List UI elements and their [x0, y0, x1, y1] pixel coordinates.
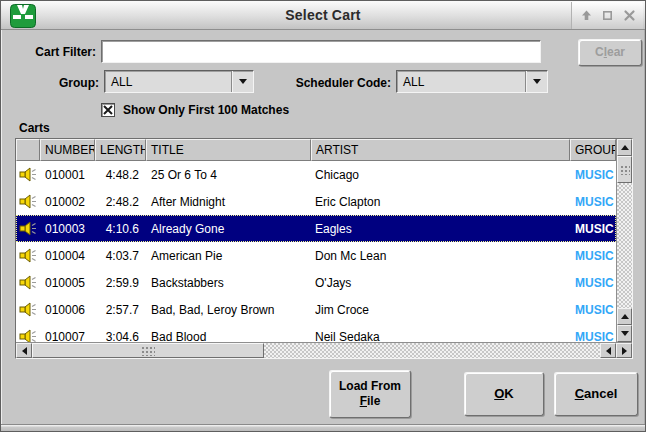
cart-number-cell: 010006 — [40, 303, 95, 317]
audio-cart-cell — [16, 275, 40, 290]
carts-section-label: Carts — [19, 121, 50, 135]
cart-number-cell: 010005 — [40, 276, 95, 290]
group-label: Group: — [1, 76, 99, 90]
speaker-icon — [19, 248, 38, 263]
scroll-down-button[interactable] — [617, 325, 632, 342]
carts-table-header: NUMBER LENGTH TITLE ARTIST GROUP — [16, 139, 616, 161]
speaker-icon — [19, 275, 38, 290]
cart-artist-cell: Neil Sedaka — [311, 330, 570, 343]
close-icon — [623, 9, 636, 22]
cart-artist-cell: O'Jays — [311, 276, 570, 290]
clear-button[interactable]: Clear — [578, 39, 642, 66]
shade-window-button[interactable] — [579, 9, 593, 23]
cart-artist-cell: Jim Croce — [311, 303, 570, 317]
audio-cart-cell — [16, 167, 40, 182]
speaker-icon — [19, 221, 38, 236]
table-row[interactable]: 010006 2:57.7 Bad, Bad, Leroy Brown Jim … — [16, 296, 616, 323]
table-row[interactable]: 010002 2:48.2 After Midnight Eric Clapto… — [16, 188, 616, 215]
table-row[interactable]: 010003 4:10.6 Already Gone Eagles MUSIC — [16, 215, 616, 242]
window-title: Select Cart — [1, 7, 645, 23]
ok-button[interactable]: OK — [464, 372, 544, 416]
column-header-number[interactable]: NUMBER — [40, 139, 95, 161]
table-row[interactable]: 010001 4:48.2 25 Or 6 To 4 Chicago MUSIC — [16, 161, 616, 188]
cart-group-cell: MUSIC — [570, 276, 616, 290]
carts-table-main: NUMBER LENGTH TITLE ARTIST GROUP 010001 … — [16, 139, 616, 342]
table-row[interactable]: 010005 2:59.9 Backstabbers O'Jays MUSIC — [16, 269, 616, 296]
arrow-up-icon — [621, 314, 629, 319]
audio-cart-cell — [16, 329, 40, 342]
arrow-down-icon — [621, 331, 629, 336]
close-window-button[interactable] — [622, 9, 636, 23]
horizontal-scrollbar-trough[interactable] — [264, 343, 600, 358]
scroll-left-button[interactable] — [16, 343, 32, 358]
scheduler-code-dropdown-arrow — [525, 71, 547, 92]
speaker-icon — [19, 302, 38, 317]
cart-group-cell: MUSIC — [570, 330, 616, 343]
column-header-length[interactable]: LENGTH — [95, 139, 146, 161]
cart-group-cell: MUSIC — [570, 249, 616, 263]
shade-icon — [580, 9, 593, 22]
column-header-group[interactable]: GROUP — [570, 139, 616, 161]
cart-title-cell: Bad, Bad, Leroy Brown — [146, 303, 311, 317]
speaker-icon — [19, 194, 38, 209]
speaker-icon — [19, 167, 38, 182]
cart-number-cell: 010003 — [40, 222, 95, 236]
cart-title-cell: Already Gone — [146, 222, 311, 236]
scheduler-code-label: Scheduler Code: — [241, 76, 391, 90]
horizontal-scrollbar — [16, 342, 632, 358]
cart-length-cell: 4:03.7 — [95, 249, 146, 263]
vertical-scrollbar-thumb[interactable] — [617, 156, 632, 183]
cart-number-cell: 010001 — [40, 168, 95, 182]
cart-artist-cell: Chicago — [311, 168, 570, 182]
audio-cart-cell — [16, 248, 40, 263]
show-only-first-100-checkbox[interactable] — [101, 103, 115, 117]
cart-length-cell: 3:04.6 — [95, 330, 146, 343]
arrow-right-icon — [622, 347, 627, 355]
column-header-title[interactable]: TITLE — [146, 139, 311, 161]
cancel-button[interactable]: Cancel — [554, 372, 638, 416]
scroll-up-button-bottom[interactable] — [617, 308, 632, 325]
cart-length-cell: 2:57.7 — [95, 303, 146, 317]
cart-group-cell: MUSIC — [570, 303, 616, 317]
group-dropdown[interactable]: ALL — [104, 70, 254, 93]
load-from-file-button[interactable]: Load From File — [329, 370, 411, 418]
cart-filter-input[interactable] — [101, 40, 541, 63]
chevron-down-icon — [533, 79, 541, 84]
cart-group-cell: MUSIC — [570, 195, 616, 209]
column-header-artist[interactable]: ARTIST — [311, 139, 570, 161]
cart-title-cell: After Midnight — [146, 195, 311, 209]
table-body: 010001 4:48.2 25 Or 6 To 4 Chicago MUSIC… — [16, 161, 616, 342]
group-dropdown-value: ALL — [105, 75, 231, 89]
show-only-first-100-label: Show Only First 100 Matches — [123, 103, 289, 117]
cart-number-cell: 010007 — [40, 330, 95, 343]
cart-group-cell: MUSIC — [570, 222, 616, 236]
cart-length-cell: 2:48.2 — [95, 195, 146, 209]
window-bottom-frame — [1, 424, 645, 431]
column-header-icon[interactable] — [16, 139, 40, 161]
vertical-scrollbar-trough[interactable] — [617, 183, 632, 308]
scheduler-code-dropdown[interactable]: ALL — [396, 70, 548, 93]
speaker-icon — [19, 329, 38, 342]
horizontal-scrollbar-thumb[interactable] — [32, 343, 264, 358]
table-row[interactable]: 010007 3:04.6 Bad Blood Neil Sedaka MUSI… — [16, 323, 616, 342]
cart-filter-label: Cart Filter: — [1, 45, 96, 59]
thumb-grip — [620, 165, 630, 175]
cart-artist-cell: Eric Clapton — [311, 195, 570, 209]
cart-number-cell: 010004 — [40, 249, 95, 263]
maximize-window-button[interactable] — [601, 9, 615, 23]
arrow-up-icon — [621, 145, 629, 150]
cart-group-cell: MUSIC — [570, 168, 616, 182]
scroll-right-button[interactable] — [616, 343, 632, 358]
arrow-left-icon — [22, 347, 27, 355]
thumb-grip — [141, 346, 155, 356]
carts-table: NUMBER LENGTH TITLE ARTIST GROUP 010001 … — [15, 138, 633, 359]
checkbox-x-mark-icon — [103, 105, 113, 115]
titlebar[interactable]: Select Cart — [1, 1, 645, 30]
cart-length-cell: 2:59.9 — [95, 276, 146, 290]
table-row[interactable]: 010004 4:03.7 American Pie Don Mc Lean M… — [16, 242, 616, 269]
scheduler-code-dropdown-value: ALL — [397, 75, 525, 89]
audio-cart-cell — [16, 302, 40, 317]
scroll-up-button[interactable] — [617, 139, 632, 156]
cart-artist-cell: Eagles — [311, 222, 570, 236]
scroll-left-button-right[interactable] — [600, 343, 616, 358]
